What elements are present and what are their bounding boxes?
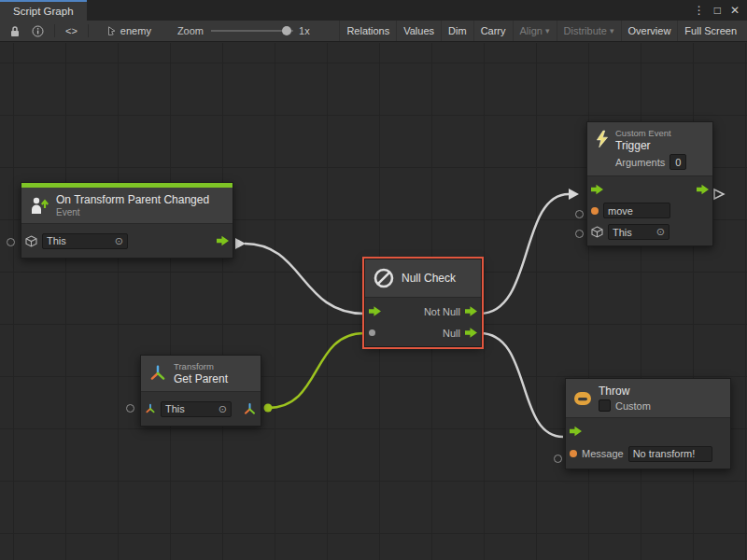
transform-output-port[interactable] — [243, 402, 257, 416]
node-null-check[interactable]: Null Check Not Null Null — [364, 259, 482, 347]
message-value: No transform! — [633, 448, 696, 459]
script-graph-window: Script Graph ⋮ □ ✕ <> enemy Zoom 1x — [0, 0, 747, 560]
tab-script-graph[interactable]: Script Graph — [0, 0, 87, 21]
chevron-down-icon: ▾ — [610, 26, 614, 35]
flow-input-port[interactable] — [570, 426, 582, 437]
this-value: This — [47, 235, 66, 246]
value-port-circle[interactable] — [575, 230, 584, 238]
graph-toolbar: <> enemy Zoom 1x Relations Values Dim Ca… — [0, 21, 747, 42]
transform-icon — [148, 364, 167, 383]
maximize-icon[interactable]: □ — [714, 4, 721, 17]
transform-mini-icon — [145, 403, 156, 414]
event-name-field[interactable]: move — [603, 203, 670, 218]
cube-icon — [591, 226, 603, 238]
custom-checkbox[interactable] — [599, 399, 611, 412]
port-label: Null — [443, 328, 460, 339]
flow-output-port[interactable] — [217, 235, 229, 246]
value-port-circle[interactable] — [554, 455, 562, 463]
object-picker-icon[interactable]: ⊙ — [218, 404, 227, 414]
flow-input-port[interactable] — [369, 306, 381, 317]
node-get-parent[interactable]: Transform Get Parent This ⊙ — [140, 355, 261, 427]
zoom-slider-track — [211, 30, 293, 32]
string-input-port[interactable] — [591, 207, 599, 215]
window-controls: ⋮ □ ✕ — [694, 0, 747, 21]
node-on-transform-parent-changed[interactable]: On Transform Parent Changed Event This ⊙ — [21, 182, 233, 259]
node-custom-event-trigger[interactable]: Custom Event Trigger Arguments 0 move — [586, 121, 713, 246]
zoom-label: Zoom — [177, 25, 204, 36]
fullscreen-button[interactable]: Full Screen — [677, 21, 743, 41]
code-icon[interactable]: <> — [60, 21, 83, 41]
breadcrumb[interactable]: enemy — [106, 25, 151, 36]
button-label: Dim — [448, 25, 467, 36]
button-label: Overview — [628, 25, 671, 36]
arguments-field[interactable]: 0 — [669, 154, 686, 170]
node-title: Get Parent — [174, 372, 228, 385]
value-input-port[interactable] — [369, 329, 375, 336]
values-button[interactable]: Values — [396, 21, 441, 41]
zoom-slider[interactable] — [211, 24, 293, 37]
this-dropdown[interactable]: This ⊙ — [608, 224, 669, 240]
relations-button[interactable]: Relations — [339, 21, 396, 41]
button-label: Carry — [481, 25, 506, 36]
button-label: Full Screen — [684, 25, 737, 36]
close-icon[interactable]: ✕ — [730, 4, 740, 17]
distribute-button[interactable]: Distribute▾ — [557, 21, 621, 41]
lightning-icon — [595, 130, 609, 148]
node-category: Transform — [174, 361, 228, 371]
object-picker-icon[interactable]: ⊙ — [115, 236, 123, 246]
graph-name: enemy — [120, 25, 151, 36]
divider — [54, 24, 55, 37]
carry-button[interactable]: Carry — [473, 21, 513, 41]
cube-icon — [25, 235, 37, 247]
this-dropdown[interactable]: This ⊙ — [42, 233, 128, 249]
button-label: Align — [520, 25, 543, 36]
node-throw[interactable]: Throw Custom Message No transform! — [565, 378, 731, 469]
graph-pointer-icon — [106, 25, 117, 36]
flow-input-port[interactable] — [591, 184, 603, 195]
node-category: Custom Event — [615, 128, 686, 138]
chevron-down-icon: ▾ — [545, 26, 550, 35]
node-title: On Transform Parent Changed — [56, 193, 209, 206]
this-dropdown[interactable]: This ⊙ — [161, 401, 232, 417]
null-output-port[interactable] — [465, 328, 477, 339]
arguments-label: Arguments — [615, 157, 665, 168]
node-title: Null Check — [402, 272, 456, 285]
value-port-circle[interactable] — [126, 404, 134, 413]
info-icon[interactable] — [26, 21, 49, 41]
arguments-value: 0 — [675, 157, 681, 168]
divider — [88, 24, 89, 37]
overview-button[interactable]: Overview — [621, 21, 678, 41]
value-port-circle[interactable] — [7, 238, 15, 246]
transform-event-icon — [29, 196, 49, 215]
button-label: Values — [403, 25, 434, 36]
not-null-output-port[interactable] — [465, 306, 477, 317]
zoom-slider-handle[interactable] — [282, 26, 291, 35]
this-value: This — [165, 403, 185, 414]
lock-icon[interactable] — [4, 21, 26, 41]
button-label: Relations — [346, 25, 389, 36]
menu-icon[interactable]: ⋮ — [694, 4, 705, 17]
tab-title: Script Graph — [13, 6, 74, 17]
button-label: Distribute — [564, 25, 607, 36]
align-button[interactable]: Align▾ — [513, 21, 557, 41]
custom-label: Custom — [615, 400, 651, 412]
dim-button[interactable]: Dim — [441, 21, 473, 41]
node-subtitle: Event — [56, 207, 209, 217]
event-name-value: move — [608, 205, 633, 217]
object-picker-icon[interactable]: ⊙ — [656, 227, 665, 237]
throw-icon — [573, 390, 592, 407]
null-check-icon — [373, 267, 395, 289]
zoom-value: 1x — [299, 25, 310, 36]
tab-bar: Script Graph ⋮ □ ✕ — [0, 0, 747, 21]
node-title: Throw — [599, 385, 651, 398]
string-input-port[interactable] — [570, 450, 577, 457]
message-label: Message — [582, 448, 624, 459]
this-value: This — [613, 227, 632, 238]
flow-output-port[interactable] — [697, 184, 709, 195]
value-port-circle[interactable] — [575, 210, 584, 218]
port-label: Not Null — [424, 306, 460, 317]
node-title: Trigger — [615, 139, 686, 152]
message-field[interactable]: No transform! — [628, 446, 712, 462]
